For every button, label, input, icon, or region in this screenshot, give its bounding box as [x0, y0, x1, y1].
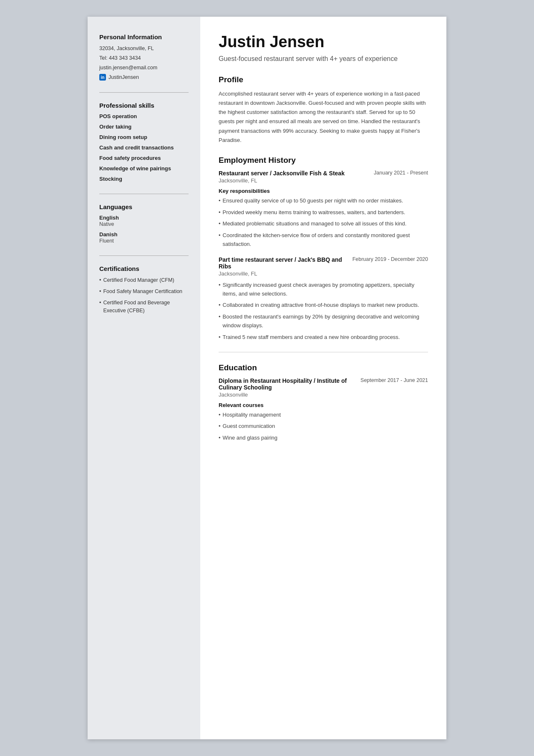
skill-item: Knowledge of wine pairings — [99, 165, 189, 172]
course-item: • Hospitality management — [219, 411, 428, 420]
cert-item: • Food Safety Manager Certification — [99, 288, 189, 296]
profile-heading: Profile — [219, 75, 428, 84]
certifications-section: Certifications • Certified Food Manager … — [99, 265, 189, 314]
bullet-item: • Coordinated the kitchen-service flow o… — [219, 231, 428, 249]
bullet-item: • Provided weekly menu items training to… — [219, 208, 428, 217]
bullet-item: • Mediated problematic situations and ma… — [219, 220, 428, 228]
bullet-text: Boosted the restaurant's earnings by 20%… — [223, 313, 428, 330]
edu-title-1: Diploma in Restaurant Hospitality / Inst… — [219, 377, 356, 391]
course-item: • Guest communication — [219, 422, 428, 431]
edu-header-1: Diploma in Restaurant Hospitality / Inst… — [219, 377, 428, 391]
bullet-text: Coordinated the kitchen-service flow of … — [223, 231, 428, 249]
job-dates-2: February 2019 - December 2020 — [353, 256, 428, 262]
course-text: Guest communication — [223, 422, 275, 431]
skills-section: Professional skills POS operation Order … — [99, 102, 189, 182]
bullet-text: Trained 5 new staff members and created … — [223, 333, 400, 342]
divider-1 — [99, 92, 189, 93]
section-divider-edu — [219, 352, 428, 352]
job-dates-1: January 2021 - Present — [374, 170, 428, 176]
languages-section: Languages English Native Danish Fluent — [99, 203, 189, 244]
bullet-item: • Significantly increased guest check av… — [219, 281, 428, 298]
skill-item: Dining room setup — [99, 134, 189, 140]
bullet-dot: • — [219, 197, 221, 205]
divider-3 — [99, 255, 189, 256]
bullet-item: • Ensured quality service of up to 50 gu… — [219, 197, 428, 205]
bullet-text: Significantly increased guest check aver… — [223, 281, 428, 298]
bullet-item: • Collaborated in creating attractive fr… — [219, 301, 428, 310]
cert-bullet: • — [99, 299, 101, 315]
bullet-text: Mediated problematic situations and mana… — [223, 220, 407, 228]
course-text: Wine and glass pairing — [223, 434, 278, 442]
skill-item: POS operation — [99, 113, 189, 119]
courses-label: Relevant courses — [219, 402, 428, 408]
skill-item: Order taking — [99, 124, 189, 130]
bullet-item: • Boosted the restaurant's earnings by 2… — [219, 313, 428, 330]
linkedin-row: in JustinJensen — [99, 74, 189, 81]
personal-info-section: Personal Information 32034, Jacksonville… — [99, 33, 189, 81]
course-item: • Wine and glass pairing — [219, 434, 428, 442]
bullet-dot: • — [219, 231, 221, 249]
cert-bullet: • — [99, 288, 101, 296]
lang-level-english: Native — [99, 221, 189, 227]
edu-location-1: Jacksonville — [219, 392, 428, 398]
sidebar: Personal Information 32034, Jacksonville… — [88, 17, 200, 739]
tagline: Guest-focused restaurant server with 4+ … — [219, 54, 428, 63]
bullet-dot: • — [219, 301, 221, 310]
job-title-2: Part time restaurant server / Jack's BBQ… — [219, 256, 348, 270]
bullet-text: Provided weekly menu items training to w… — [223, 208, 406, 217]
linkedin-handle: JustinJensen — [108, 74, 139, 80]
responsibilities-label-1: Key responsibilities — [219, 188, 428, 194]
skill-item: Stocking — [99, 176, 189, 182]
skills-title: Professional skills — [99, 102, 189, 109]
bullet-dot: • — [219, 208, 221, 217]
resume-wrapper: Personal Information 32034, Jacksonville… — [88, 17, 446, 739]
personal-info-title: Personal Information — [99, 33, 189, 40]
bullet-text: Ensured quality service of up to 50 gues… — [223, 197, 403, 205]
linkedin-icon: in — [99, 74, 106, 81]
skill-item: Cash and credit transactions — [99, 144, 189, 151]
lang-name-english: English — [99, 215, 189, 221]
job-title-1: Restaurant server / Jacksonville Fish & … — [219, 170, 370, 177]
lang-level-danish: Fluent — [99, 238, 189, 244]
skill-item: Food safety procedures — [99, 155, 189, 161]
candidate-name: Justin Jensen — [219, 33, 428, 51]
bullet-item: • Trained 5 new staff members and create… — [219, 333, 428, 342]
address: 32034, Jacksonville, FL — [99, 45, 189, 53]
certifications-title: Certifications — [99, 265, 189, 272]
bullet-dot: • — [219, 220, 221, 228]
edu-dates-1: September 2017 - June 2021 — [360, 377, 428, 383]
course-text: Hospitality management — [223, 411, 281, 420]
cert-text: Certified Food and Beverage Executive (C… — [103, 299, 189, 315]
languages-title: Languages — [99, 203, 189, 210]
cert-item: • Certified Food and Beverage Executive … — [99, 299, 189, 315]
bullet-dot: • — [219, 333, 221, 342]
cert-text: Food Safety Manager Certification — [103, 288, 182, 296]
job-location-2: Jacksonville, FL — [219, 271, 428, 277]
bullet-text: Collaborated in creating attractive fron… — [223, 301, 419, 310]
tel-label: Tel: — [99, 55, 107, 61]
job-header-1: Restaurant server / Jacksonville Fish & … — [219, 170, 428, 177]
cert-bullet: • — [99, 276, 101, 284]
bullet-dot: • — [219, 411, 221, 420]
cert-item: • Certified Food Manager (CFM) — [99, 276, 189, 284]
main-content: Justin Jensen Guest-focused restaurant s… — [200, 17, 446, 739]
lang-name-danish: Danish — [99, 231, 189, 238]
bullet-dot: • — [219, 313, 221, 330]
education-heading: Education — [219, 363, 428, 372]
cert-text: Certified Food Manager (CFM) — [103, 276, 174, 284]
email: justin.jensen@email.com — [99, 64, 189, 72]
bullet-dot: • — [219, 281, 221, 298]
telephone: Tel: 443 343 3434 — [99, 54, 189, 62]
profile-text: Accomplished restaurant server with 4+ y… — [219, 89, 428, 145]
divider-2 — [99, 194, 189, 194]
job-2-block: Part time restaurant server / Jack's BBQ… — [219, 256, 428, 342]
tel-number: 443 343 3434 — [109, 55, 141, 61]
bullet-dot: • — [219, 422, 221, 431]
job-header-2: Part time restaurant server / Jack's BBQ… — [219, 256, 428, 270]
bullet-dot: • — [219, 434, 221, 442]
employment-heading: Employment History — [219, 156, 428, 165]
job-location-1: Jacksonville, FL — [219, 177, 428, 184]
